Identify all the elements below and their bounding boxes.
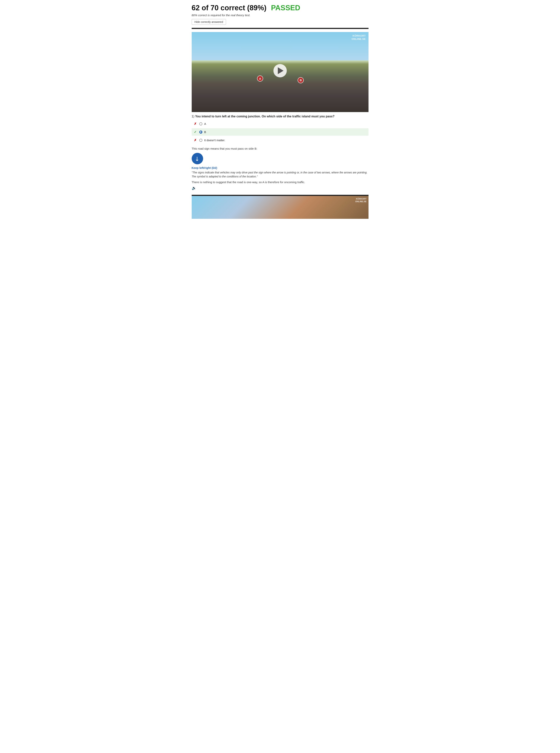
- question-1-text: You intend to turn left at the coming ju…: [195, 115, 334, 118]
- video-watermark: KÖRKORT ONLINE.SE: [352, 34, 366, 41]
- answer-mark-a: ✗: [194, 122, 197, 125]
- play-button[interactable]: [274, 64, 287, 77]
- answer-row-b[interactable]: ✓ B: [192, 128, 368, 136]
- requirement-text: 80% correct is required for the real the…: [192, 14, 368, 17]
- sign-quote: "The signs indicate that vehicles may on…: [192, 171, 368, 179]
- explanation-note: There is nothing to suggest that the roa…: [192, 180, 368, 184]
- passed-badge: PASSED: [271, 4, 300, 12]
- keep-left-right-sign-icon: ↘: [192, 153, 203, 164]
- section-divider-top: [192, 28, 368, 29]
- next-video-watermark: KÖRKORTONLINE.SE: [355, 197, 366, 203]
- question-1-section: 1) You intend to turn left at the coming…: [192, 115, 368, 144]
- radio-a[interactable]: [199, 122, 202, 125]
- question-1-label: 1) You intend to turn left at the coming…: [192, 115, 368, 118]
- answer-label-b: B: [204, 131, 206, 134]
- answer-label-a: A: [204, 122, 206, 125]
- score-line: 62 of 70 correct (89%) PASSED: [192, 4, 368, 12]
- answer-mark-c: ✗: [194, 138, 197, 142]
- radio-c[interactable]: [199, 139, 202, 142]
- video-container-1[interactable]: KÖRKORT ONLINE.SE A B: [192, 32, 368, 112]
- answer-row-a[interactable]: ✗ A: [192, 120, 368, 127]
- play-icon: [278, 67, 283, 74]
- radio-b-inner: [200, 131, 201, 133]
- video-placeholder-1: KÖRKORT ONLINE.SE A B: [192, 32, 368, 112]
- score-text: 62 of 70 correct (89%): [192, 4, 266, 12]
- explanation-section-1: This road sign means that you must pass …: [192, 147, 368, 190]
- hide-correctly-answered-button[interactable]: Hide correctly answered: [192, 19, 226, 25]
- explanation-intro: This road sign means that you must pass …: [192, 147, 368, 150]
- answer-row-c[interactable]: ✗ It doesn't matter.: [192, 136, 368, 144]
- next-video-preview[interactable]: KÖRKORTONLINE.SE: [192, 196, 368, 219]
- audio-button[interactable]: 🔉: [192, 186, 368, 190]
- answer-label-c: It doesn't matter.: [204, 139, 225, 142]
- sign-arrow-icon: ↘: [193, 155, 201, 163]
- sign-title[interactable]: Keep left/right (D2): [192, 166, 368, 170]
- header-section: 62 of 70 correct (89%) PASSED 80% correc…: [192, 4, 368, 25]
- answer-mark-b: ✓: [194, 130, 197, 134]
- radio-b[interactable]: [199, 131, 202, 134]
- marker-b: B: [298, 77, 304, 83]
